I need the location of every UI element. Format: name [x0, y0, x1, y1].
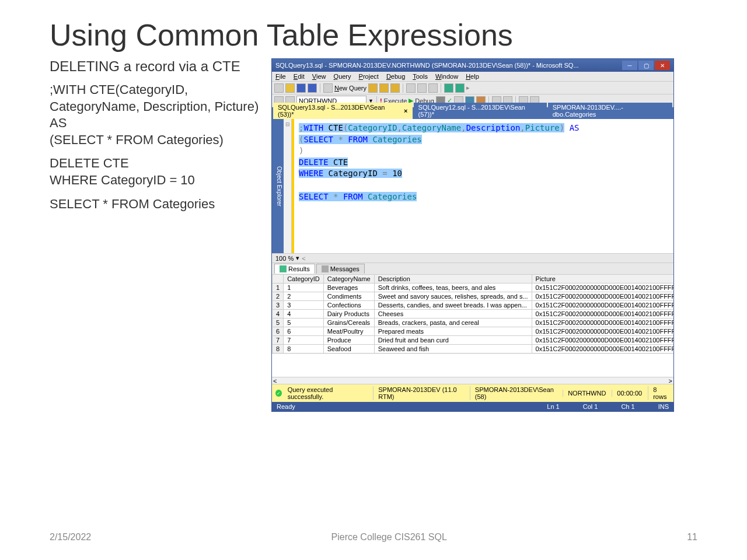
col-header[interactable]: [273, 275, 284, 284]
table-row[interactable]: 77ProduceDried fruit and bean curd0x151C…: [273, 336, 674, 345]
copy-icon[interactable]: [417, 83, 427, 93]
results-tab[interactable]: Results: [274, 264, 315, 274]
menu-project[interactable]: Project: [359, 73, 379, 80]
cell[interactable]: 3: [284, 301, 324, 310]
cell[interactable]: 4: [284, 310, 324, 318]
row-number: 4: [273, 310, 284, 318]
zoom-value[interactable]: 100 %: [275, 255, 294, 262]
cell[interactable]: Soft drinks, coffees, teas, beers, and a…: [374, 284, 532, 292]
menu-window[interactable]: Window: [435, 73, 458, 80]
cell[interactable]: Dried fruit and bean curd: [374, 336, 532, 345]
cell[interactable]: 0x151C2F00020000000D000E0014002100FFFFFF…: [532, 336, 673, 345]
cell[interactable]: Dairy Products: [323, 310, 374, 318]
footer-date: 2/15/2022: [50, 532, 91, 542]
cell[interactable]: Prepared meats: [374, 327, 532, 336]
cell[interactable]: 6: [284, 327, 324, 336]
cell[interactable]: 0x151C2F00020000000D000E0014002100FFFFFF…: [532, 310, 673, 318]
table-row[interactable]: 11BeveragesSoft drinks, coffees, teas, b…: [273, 284, 674, 292]
ssms-window: SQLQuery13.sql - SPMORAN-2013DEV.NORTHWN…: [271, 58, 674, 412]
cell[interactable]: Condiments: [323, 292, 374, 301]
db-icon2[interactable]: [379, 83, 389, 93]
table-row[interactable]: 22CondimentsSweet and savory sauces, rel…: [273, 292, 674, 301]
col-header[interactable]: CategoryID: [284, 275, 324, 284]
menu-view[interactable]: View: [312, 73, 326, 80]
messages-tab[interactable]: Messages: [316, 264, 365, 274]
cut-icon[interactable]: [406, 83, 416, 93]
new-query-label[interactable]: New Query: [334, 85, 366, 92]
status-db: NORTHWND: [563, 390, 606, 397]
grid-scrollbar[interactable]: <>: [272, 377, 673, 384]
tab-inactive-1[interactable]: SQLQuery12.sql - S...2013DEV\Sean (57))*: [414, 103, 547, 119]
tab-close-icon[interactable]: ×: [404, 107, 407, 114]
ins-indicator: INS: [658, 403, 669, 410]
tab-active[interactable]: SQLQuery13.sql - S...2013DEV\Sean (53))*…: [273, 103, 413, 119]
cell[interactable]: 0x151C2F00020000000D000E0014002100FFFFFF…: [532, 327, 673, 336]
results-tabs: Results Messages: [272, 262, 673, 274]
cell[interactable]: 8: [284, 345, 324, 354]
cell[interactable]: 2: [284, 292, 324, 301]
cell[interactable]: 0x151C2F00020000000D000E0014002100FFFFFF…: [532, 301, 673, 310]
cell[interactable]: 1: [284, 284, 324, 292]
cell[interactable]: Sweet and savory sauces, relishes, sprea…: [374, 292, 532, 301]
cell[interactable]: 0x151C2F00020000000D000E0014002100FFFFFF…: [532, 292, 673, 301]
db-icon[interactable]: [368, 83, 378, 93]
tab-inactive-2[interactable]: SPMORAN-2013DEV....- dbo.Categories: [548, 103, 672, 119]
ch-indicator: Ch 1: [621, 403, 634, 410]
menu-edit[interactable]: Edit: [294, 73, 305, 80]
db-icon3[interactable]: [390, 83, 400, 93]
cell[interactable]: 0x151C2F00020000000D000E0014002100FFFFFF…: [532, 345, 673, 354]
cell[interactable]: Produce: [323, 336, 374, 345]
table-row[interactable]: 44Dairy ProductsCheeses0x151C2F000200000…: [273, 310, 674, 318]
col-header[interactable]: CategoryName: [323, 275, 374, 284]
window-title: SQLQuery13.sql - SPMORAN-2013DEV.NORTHWN…: [275, 62, 579, 69]
cell[interactable]: Meat/Poultry: [323, 327, 374, 336]
cell[interactable]: 0x151C2F00020000000D000E0014002100FFFFFF…: [532, 284, 673, 292]
row-number: 8: [273, 345, 284, 354]
cell[interactable]: 0x151C2F00020000000D000E0014002100FFFFFF…: [532, 318, 673, 327]
menu-help[interactable]: Help: [466, 73, 479, 80]
menu-query[interactable]: Query: [334, 73, 351, 80]
status-server: SPMORAN-2013DEV (11.0 RTM): [373, 386, 464, 400]
toolbar-1: New Query ▸: [272, 82, 673, 94]
cell[interactable]: Cheeses: [374, 310, 532, 318]
cell[interactable]: Seaweed and fish: [374, 345, 532, 354]
results-grid[interactable]: CategoryIDCategoryNameDescriptionPicture…: [272, 274, 673, 354]
cell[interactable]: Breads, crackers, pasta, and cereal: [374, 318, 532, 327]
menu-file[interactable]: File: [275, 73, 286, 80]
col-indicator: Col 1: [583, 403, 598, 410]
save-icon[interactable]: [296, 83, 306, 93]
cell[interactable]: Desserts, candies, and sweet breads. I w…: [374, 301, 532, 310]
table-row[interactable]: 33ConfectionsDesserts, candies, and swee…: [273, 301, 674, 310]
tab-label: SQLQuery13.sql - S...2013DEV\Sean (53))*: [278, 104, 402, 118]
save-all-icon[interactable]: [308, 83, 317, 93]
col-header[interactable]: Picture: [532, 275, 673, 284]
cell[interactable]: Seafood: [323, 345, 374, 354]
sql-text-1: ;WITH CTE(CategoryID, CategoryName, Desc…: [50, 82, 260, 148]
cell[interactable]: 5: [284, 318, 324, 327]
new-query-icon[interactable]: [323, 83, 333, 93]
row-number: 3: [273, 301, 284, 310]
redo-icon[interactable]: [455, 83, 465, 93]
gutter: ⊟: [284, 119, 292, 253]
cell[interactable]: Grains/Cereals: [323, 318, 374, 327]
sql-editor[interactable]: ;WITH CTE(CategoryID,CategoryName,Descri…: [294, 119, 673, 253]
undo-icon[interactable]: [444, 83, 453, 93]
table-row[interactable]: 66Meat/PoultryPrepared meats0x151C2F0002…: [273, 327, 674, 336]
sql-text-2: DELETE CTEWHERE CategoryID = 10: [50, 155, 260, 188]
cell[interactable]: Confections: [323, 301, 374, 310]
titlebar[interactable]: SQLQuery13.sql - SPMORAN-2013DEV.NORTHWN…: [272, 59, 673, 72]
table-row[interactable]: 88SeafoodSeaweed and fish0x151C2F0002000…: [273, 345, 674, 354]
minimize-button[interactable]: ─: [622, 61, 637, 70]
menu-tools[interactable]: Tools: [413, 73, 428, 80]
col-header[interactable]: Description: [374, 275, 532, 284]
maximize-button[interactable]: ▢: [638, 61, 654, 70]
menu-debug[interactable]: Debug: [386, 73, 405, 80]
new-project-icon[interactable]: [274, 83, 284, 93]
cell[interactable]: 7: [284, 336, 324, 345]
open-icon[interactable]: [285, 83, 295, 93]
paste-icon[interactable]: [428, 83, 438, 93]
table-row[interactable]: 55Grains/CerealsBreads, crackers, pasta,…: [273, 318, 674, 327]
close-button[interactable]: ✕: [655, 61, 670, 70]
cell[interactable]: Beverages: [323, 284, 374, 292]
object-explorer-tab[interactable]: Object Explorer: [272, 119, 284, 253]
